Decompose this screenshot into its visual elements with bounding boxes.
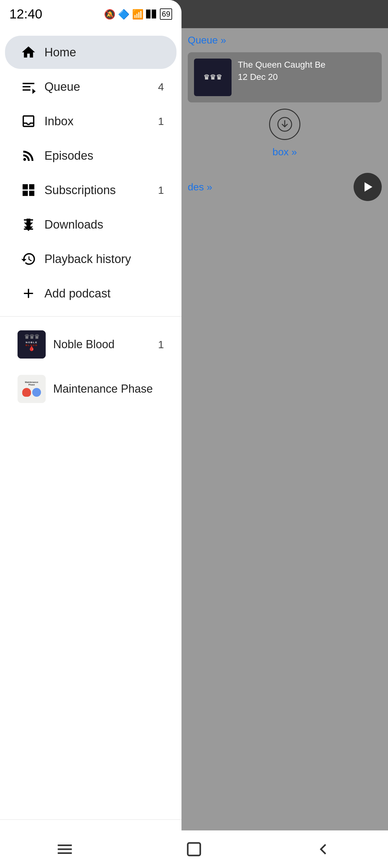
episodes-label: Episodes <box>44 149 164 162</box>
home-icon <box>18 44 39 60</box>
playback-history-label: Playback history <box>44 252 164 266</box>
download-icon <box>18 217 39 232</box>
queue-badge: 4 <box>158 81 164 93</box>
nav-item-subscriptions[interactable]: Subscriptions 1 <box>5 174 176 207</box>
nav-home-button[interactable] <box>182 837 206 862</box>
bottom-navigation <box>0 830 388 868</box>
queue-icon <box>18 79 39 95</box>
nav-item-queue[interactable]: Queue 4 <box>5 70 176 103</box>
noble-blood-badge: 1 <box>158 339 164 351</box>
nav-divider <box>0 316 182 317</box>
nav-item-downloads[interactable]: Downloads <box>5 208 176 241</box>
rss-icon <box>18 148 39 163</box>
nav-item-inbox[interactable]: Inbox 1 <box>5 104 176 138</box>
play-button[interactable] <box>354 173 382 201</box>
queue-link[interactable]: Queue » <box>188 34 382 46</box>
maintenance-phase-thumbnail: MaintenancePhase <box>18 375 46 403</box>
card-thumbnail: ♛♛♛ <box>194 59 231 96</box>
queue-label: Queue <box>44 80 158 94</box>
status-time: 12:40 <box>9 7 42 22</box>
fruits-graphic <box>22 388 41 397</box>
inbox-badge: 1 <box>158 115 164 127</box>
grid-icon <box>18 182 39 198</box>
status-icons: 🔕 🔷 📶 ▊▊ 69 <box>104 8 172 20</box>
apple-icon <box>22 388 31 397</box>
svg-marker-2 <box>364 182 373 192</box>
wifi-icon: 📶 <box>132 9 143 20</box>
crown-icon: ♛♛♛ <box>203 74 222 81</box>
nav-back-button[interactable] <box>311 837 336 862</box>
home-label: Home <box>44 46 164 59</box>
podcast-card: ♛♛♛ The Queen Caught Be 12 Dec 20 <box>188 52 382 102</box>
podcast-item-maintenance-phase[interactable]: MaintenancePhase Maintenance Phase <box>5 367 176 410</box>
drawer-status-bar: 12:40 🔕 🔷 📶 ▊▊ 69 <box>0 0 182 28</box>
background-content: Queue » ♛♛♛ The Queen Caught Be 12 Dec 2… <box>182 28 388 830</box>
bluetooth-icon: 🔷 <box>118 9 130 20</box>
nav-item-add-podcast[interactable]: Add podcast <box>5 277 176 310</box>
maintenance-title: MaintenancePhase <box>25 381 38 386</box>
nav-list: Home Queue 4 Inbox 1 <box>0 28 182 819</box>
mute-icon: 🔕 <box>104 9 116 20</box>
subscriptions-label: Subscriptions <box>44 184 158 197</box>
add-podcast-label: Add podcast <box>44 287 164 300</box>
maintenance-phase-label: Maintenance Phase <box>53 382 164 396</box>
svg-rect-3 <box>188 843 200 856</box>
nav-item-episodes[interactable]: Episodes <box>5 139 176 172</box>
maintenance-phase-artwork: MaintenancePhase <box>18 375 46 403</box>
inbox-icon <box>18 113 39 129</box>
noble-blood-artwork: ♛♛♛ NOBLE BLOOD 🩸 <box>18 330 46 359</box>
signal-icon: ▊▊ <box>146 10 157 19</box>
inbox-link[interactable]: box » <box>188 146 382 158</box>
noble-blood-thumbnail: ♛♛♛ NOBLE BLOOD 🩸 <box>18 330 46 359</box>
downloads-label: Downloads <box>44 218 164 231</box>
nav-item-home[interactable]: Home <box>5 36 176 69</box>
inbox-label: Inbox <box>44 115 158 128</box>
noble-blood-label: Noble Blood <box>53 338 158 351</box>
navigation-drawer: 12:40 🔕 🔷 📶 ▊▊ 69 Home <box>0 0 182 868</box>
history-icon <box>18 251 39 267</box>
nav-menu-button[interactable] <box>52 837 77 862</box>
add-icon <box>18 286 39 301</box>
subscriptions-badge: 1 <box>158 184 164 196</box>
podcast-item-noble-blood[interactable]: ♛♛♛ NOBLE BLOOD 🩸 Noble Blood 1 <box>5 323 176 366</box>
nav-item-playback-history[interactable]: Playback history <box>5 242 176 276</box>
download-button[interactable] <box>269 108 300 140</box>
episodes-link[interactable]: des » <box>188 181 212 193</box>
battery-icon: 69 <box>160 8 172 20</box>
blueberry-icon <box>32 388 41 397</box>
